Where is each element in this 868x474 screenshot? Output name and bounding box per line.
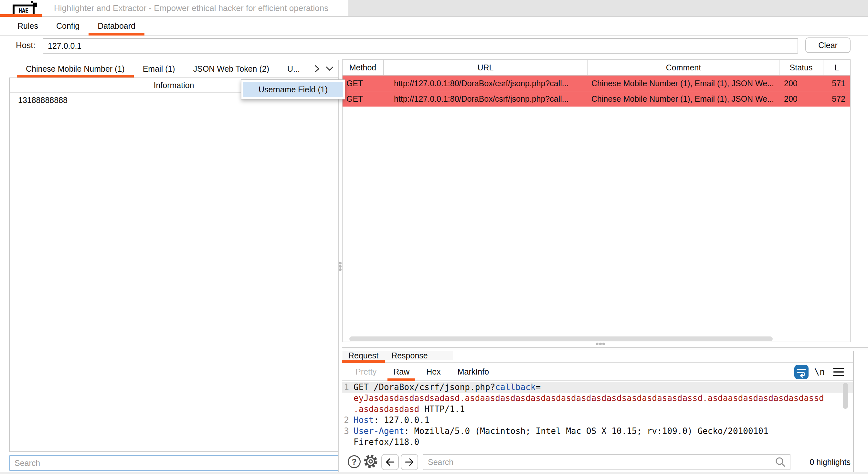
- tab-rules[interactable]: Rules: [8, 17, 47, 35]
- viewer-right-border: [853, 351, 854, 472]
- host-input[interactable]: [43, 38, 798, 54]
- cell-comment: Chinese Mobile Number (1), Email (1), JS…: [588, 91, 779, 107]
- tab-json-web-token-label: JSON Web Token (2): [193, 64, 269, 74]
- mode-markinfo-label: MarkInfo: [458, 367, 489, 376]
- gear-icon[interactable]: [363, 454, 378, 469]
- chevron-down-icon[interactable]: [325, 65, 334, 72]
- column-header-length[interactable]: L: [824, 60, 850, 75]
- horizontal-splitter[interactable]: [342, 347, 868, 350]
- previous-match-button[interactable]: [381, 454, 399, 470]
- column-header-comment[interactable]: Comment: [588, 60, 779, 75]
- hae-extension-window: HAE Highlighter and Extractor - Empower …: [0, 0, 868, 474]
- extracted-data-table: Information 13188888888: [9, 77, 339, 452]
- cell-length: 571: [824, 75, 850, 91]
- word-wrap-toggle-button[interactable]: [794, 365, 809, 379]
- arrow-right-icon: [404, 456, 415, 468]
- request-log-header-row: Method URL Comment Status L: [343, 60, 850, 75]
- highlights-count: 0 highlights: [795, 454, 850, 470]
- next-match-button[interactable]: [401, 454, 418, 470]
- code-line: .asdasdasdasd HTTP/1.1: [342, 404, 853, 415]
- editor-search-input[interactable]: [423, 454, 790, 470]
- tab-username-field-truncated-label: U...: [287, 64, 300, 74]
- column-header-method[interactable]: Method: [343, 60, 383, 75]
- tab-chinese-mobile-number[interactable]: Chinese Mobile Number (1): [17, 60, 134, 77]
- table-row[interactable]: GET http://127.0.0.1:80/DoraBox/csrf/jso…: [343, 91, 850, 107]
- extension-tab-active-indicator: [0, 14, 42, 17]
- horizontal-scrollbar-thumb[interactable]: [349, 336, 773, 341]
- tab-config-label: Config: [56, 21, 80, 31]
- code-line: 2 Host: 127.0.0.1: [342, 415, 853, 426]
- tab-username-field-truncated[interactable]: U...: [278, 60, 309, 77]
- code-line-current: 1 GET /DoraBox/csrf/jsonp.php?callback=: [342, 382, 853, 393]
- titlebar: HAE Highlighter and Extractor - Empower …: [0, 0, 868, 16]
- cell-status: 200: [779, 75, 824, 91]
- mode-pretty: Pretty: [350, 363, 382, 380]
- request-editor[interactable]: 1 GET /DoraBox/csrf/jsonp.php?callback= …: [342, 382, 853, 451]
- mode-hex-label: Hex: [426, 367, 440, 376]
- cell-method: GET: [343, 75, 383, 91]
- code-line: 3 User-Agent: Mozilla/5.0 (Macintosh; In…: [342, 426, 853, 437]
- line-number: 2: [342, 415, 353, 426]
- line-number: [342, 437, 353, 447]
- cell-length: 572: [824, 91, 850, 107]
- line-number: [342, 404, 353, 415]
- tab-email[interactable]: Email (1): [134, 60, 184, 77]
- cell-url: http://127.0.0.1:80/DoraBox/csrf/jsonp.p…: [383, 75, 588, 91]
- arrow-left-icon: [384, 456, 396, 468]
- clear-button[interactable]: Clear: [805, 37, 850, 53]
- tab-response-label: Response: [391, 351, 428, 360]
- main-tab-bar: Rules Config Databoard: [0, 17, 868, 36]
- column-header-url[interactable]: URL: [383, 60, 588, 75]
- horizontal-splitter-handle[interactable]: [596, 343, 598, 345]
- dropdown-item-username-field[interactable]: Username Field (1): [243, 82, 343, 97]
- tab-json-web-token[interactable]: JSON Web Token (2): [184, 60, 278, 77]
- tab-chinese-mobile-number-label: Chinese Mobile Number (1): [26, 64, 125, 74]
- mode-markinfo[interactable]: MarkInfo: [452, 363, 495, 380]
- viewer-tab-separator: [342, 362, 853, 363]
- vertical-scrollbar-thumb[interactable]: [843, 383, 848, 409]
- logo-text: HAE: [19, 7, 29, 14]
- mode-pretty-label: Pretty: [355, 367, 376, 376]
- viewer-tab-bar: Request Response: [342, 351, 434, 360]
- editor-menu-icon[interactable]: [833, 367, 844, 378]
- column-header-status[interactable]: Status: [779, 60, 824, 75]
- host-label: Host:: [16, 36, 35, 54]
- vertical-splitter[interactable]: [338, 60, 339, 472]
- cell-comment: Chinese Mobile Number (1), Email (1), JS…: [588, 75, 779, 91]
- information-column-header-label: Information: [154, 81, 194, 90]
- help-icon[interactable]: ?: [348, 455, 361, 468]
- editor-footer-separator: [342, 451, 853, 451]
- table-row[interactable]: GET http://127.0.0.1:80/DoraBox/csrf/jso…: [343, 75, 850, 91]
- data-type-tab-bar: Chinese Mobile Number (1) Email (1) JSON…: [9, 60, 339, 77]
- tab-databoard-label: Databoard: [98, 21, 135, 31]
- line-number: [342, 393, 353, 404]
- dropdown-item-label: Username Field (1): [258, 85, 328, 94]
- extracted-value: 13188888888: [18, 96, 67, 105]
- tab-databoard[interactable]: Databoard: [89, 17, 145, 35]
- tab-email-label: Email (1): [143, 64, 175, 74]
- search-icon: [775, 456, 786, 469]
- editor-mode-bar: Pretty Raw Hex MarkInfo: [342, 363, 853, 381]
- app-title: Highlighter and Extractor - Empower ethi…: [54, 0, 328, 16]
- word-wrap-icon: [795, 366, 808, 378]
- left-search-input[interactable]: [9, 455, 339, 471]
- mode-raw-label: Raw: [393, 367, 409, 376]
- line-number: 1: [342, 382, 353, 393]
- tab-response[interactable]: Response: [385, 351, 434, 360]
- tab-request-label: Request: [348, 351, 378, 360]
- request-log-table: Method URL Comment Status L GET http://1…: [342, 59, 850, 342]
- tab-rules-label: Rules: [18, 21, 38, 31]
- tab-overflow-dropdown: Username Field (1): [241, 79, 345, 99]
- cell-method: GET: [343, 91, 383, 107]
- mode-hex[interactable]: Hex: [421, 363, 446, 380]
- mode-raw[interactable]: Raw: [388, 363, 415, 380]
- hae-logo-icon: HAE: [12, 1, 38, 16]
- extension-logo-tab[interactable]: HAE: [0, 0, 42, 16]
- line-number: 3: [342, 426, 353, 437]
- show-newlines-toggle[interactable]: \n: [812, 365, 827, 379]
- tab-request[interactable]: Request: [342, 351, 385, 360]
- tab-config[interactable]: Config: [47, 17, 89, 35]
- vertical-splitter-handle[interactable]: [339, 262, 342, 265]
- chevron-right-icon[interactable]: [313, 64, 320, 73]
- cell-url: http://127.0.0.1:80/DoraBox/csrf/jsonp.p…: [383, 91, 588, 107]
